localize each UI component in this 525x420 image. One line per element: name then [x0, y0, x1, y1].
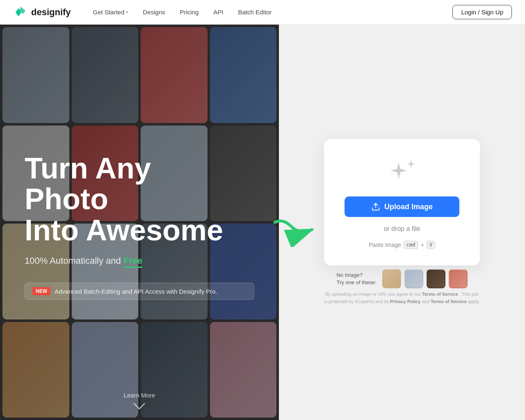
paste-label: Paste Image: [369, 242, 401, 248]
badge-text: Advanced Batch-Editing and API Access wi…: [55, 288, 217, 295]
sparkles-icon: [386, 160, 418, 184]
arrow-container: [271, 214, 320, 249]
upload-card: Upload Image or drop a file Paste Image …: [324, 139, 480, 265]
paste-plus: +: [420, 242, 424, 248]
tos-link-1[interactable]: Terms of Service: [422, 292, 458, 297]
tos-link-2[interactable]: Terms of Service: [431, 299, 467, 304]
upload-icon: [371, 202, 380, 211]
cmd-key: cmd: [404, 241, 418, 249]
sample-thumb-3[interactable]: [427, 269, 445, 288]
new-badge: NEW: [32, 287, 50, 295]
no-image-label: No Image? Try one of these:: [336, 272, 376, 286]
sample-thumbnails: [382, 269, 468, 288]
chevron-down-icon: [134, 398, 145, 409]
paste-row: Paste Image cmd + V: [369, 241, 435, 249]
navbar: designify Get Started ▾ Designs Pricing …: [0, 0, 525, 25]
nav-batch-editor[interactable]: Batch Editor: [233, 5, 278, 19]
privacy-link[interactable]: Privacy Policy: [390, 299, 421, 304]
hero-title: Turn Any Photo Into Awesome: [25, 153, 254, 246]
hero-left: Turn Any Photo Into Awesome 100% Automat…: [0, 25, 279, 420]
sample-thumb-2[interactable]: [404, 269, 423, 288]
caret-icon: ▾: [126, 10, 128, 14]
login-button[interactable]: Login / Sign Up: [452, 5, 512, 19]
legal-text: By uploading an image or URL you agree t…: [324, 291, 480, 305]
sample-thumb-4[interactable]: [449, 269, 468, 288]
hero-content: Turn Any Photo Into Awesome 100% Automat…: [0, 25, 279, 420]
hero-subtitle: 100% Automatically and Free: [25, 256, 254, 266]
sample-thumb-1[interactable]: [382, 269, 401, 288]
logo[interactable]: designify: [13, 5, 71, 20]
nav-links: Get Started ▾ Designs Pricing API Batch …: [87, 5, 453, 19]
no-image-row: No Image? Try one of these:: [336, 269, 467, 288]
green-arrow-icon: [271, 214, 320, 247]
page-body: Turn Any Photo Into Awesome 100% Automat…: [0, 0, 525, 420]
upload-image-button[interactable]: Upload Image: [345, 196, 459, 217]
hero-badge[interactable]: NEW Advanced Batch-Editing and API Acces…: [25, 283, 254, 300]
v-key: V: [427, 241, 435, 249]
hero-free-text: Free: [123, 256, 142, 268]
logo-text: designify: [31, 7, 71, 18]
drop-file-text: or drop a file: [384, 225, 420, 233]
nav-pricing[interactable]: Pricing: [174, 5, 205, 19]
hero-right: Upload Image or drop a file Paste Image …: [279, 25, 525, 420]
learn-more-button[interactable]: Learn More: [124, 392, 155, 408]
logo-icon: [13, 5, 28, 20]
nav-api[interactable]: API: [208, 5, 229, 19]
nav-get-started[interactable]: Get Started ▾: [87, 5, 134, 19]
nav-designs[interactable]: Designs: [137, 5, 171, 19]
